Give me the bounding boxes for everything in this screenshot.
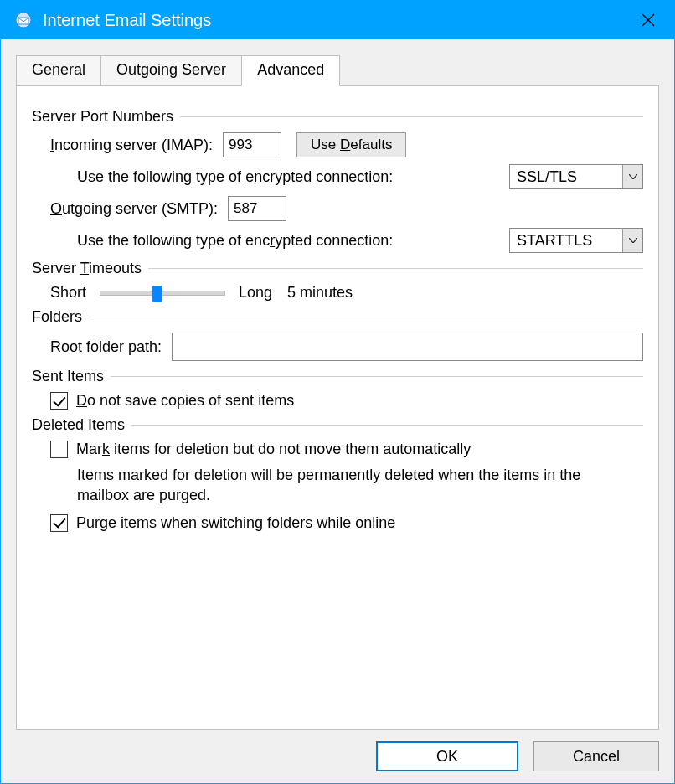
timeout-slider[interactable] bbox=[100, 291, 225, 296]
group-server-timeouts: Server Timeouts bbox=[32, 260, 643, 277]
root-folder-input[interactable] bbox=[172, 333, 643, 361]
dont-save-sent-label: Do not save copies of sent items bbox=[76, 392, 294, 410]
dialog-buttons: OK Cancel bbox=[16, 730, 659, 771]
ok-button[interactable]: OK bbox=[376, 741, 518, 771]
chevron-down-icon bbox=[622, 165, 642, 188]
group-server-port-numbers: Server Port Numbers bbox=[32, 108, 643, 126]
outgoing-enc-label: Use the following type of encrypted conn… bbox=[77, 232, 393, 250]
mark-for-deletion-label: Mark items for deletion but do not move … bbox=[76, 441, 471, 458]
titlebar: Internet Email Settings bbox=[1, 1, 674, 39]
group-label: Server Port Numbers bbox=[32, 108, 180, 126]
tab-outgoing-server[interactable]: Outgoing Server bbox=[100, 55, 242, 86]
group-label: Server Timeouts bbox=[32, 260, 148, 277]
row-root-folder: Root folder path: bbox=[32, 333, 643, 361]
group-rule bbox=[131, 425, 643, 426]
app-icon bbox=[13, 9, 34, 31]
client-area: General Outgoing Server Advanced Server … bbox=[1, 39, 674, 783]
slider-thumb[interactable] bbox=[152, 286, 162, 302]
row-mark-for-deletion: Mark items for deletion but do not move … bbox=[32, 441, 643, 458]
outgoing-port-input[interactable] bbox=[228, 196, 286, 221]
group-rule bbox=[180, 116, 643, 117]
incoming-label: Incoming server (IMAP): bbox=[50, 137, 213, 154]
slider-short-label: Short bbox=[50, 284, 86, 302]
select-value: STARTTLS bbox=[517, 232, 592, 250]
group-folders: Folders bbox=[32, 308, 643, 326]
group-label: Folders bbox=[32, 308, 89, 326]
group-rule bbox=[111, 376, 643, 377]
tab-advanced[interactable]: Advanced bbox=[241, 55, 340, 86]
group-rule bbox=[89, 317, 643, 317]
tab-strip: General Outgoing Server Advanced bbox=[16, 54, 659, 85]
group-rule bbox=[148, 268, 643, 269]
row-outgoing-port: Outgoing server (SMTP): bbox=[32, 196, 643, 221]
timeout-value: 5 minutes bbox=[287, 284, 353, 302]
group-label: Sent Items bbox=[32, 368, 111, 385]
root-folder-label: Root folder path: bbox=[50, 338, 162, 356]
tab-panel-advanced: Server Port Numbers Incoming server (IMA… bbox=[16, 85, 659, 730]
tab-general[interactable]: General bbox=[16, 55, 101, 86]
mark-for-deletion-help: Items marked for deletion will be perman… bbox=[59, 465, 643, 506]
chevron-down-icon bbox=[622, 229, 642, 252]
purge-on-switch-label: Purge items when switching folders while… bbox=[76, 514, 395, 532]
dialog-window: Internet Email Settings General Outgoing… bbox=[0, 0, 675, 784]
incoming-port-input[interactable] bbox=[223, 132, 281, 157]
row-incoming-encryption: Use the following type of encrypted conn… bbox=[32, 164, 643, 189]
close-button[interactable] bbox=[629, 1, 667, 39]
row-timeout-slider: Short Long 5 minutes bbox=[32, 284, 643, 302]
outgoing-encryption-select[interactable]: STARTTLS bbox=[509, 228, 643, 253]
row-outgoing-encryption: Use the following type of encrypted conn… bbox=[32, 228, 643, 253]
use-defaults-button[interactable]: Use Defaults bbox=[296, 132, 406, 157]
incoming-encryption-select[interactable]: SSL/TLS bbox=[509, 164, 643, 189]
slider-long-label: Long bbox=[239, 284, 272, 302]
row-purge-on-switch: Purge items when switching folders while… bbox=[32, 514, 643, 532]
group-deleted-items: Deleted Items bbox=[32, 416, 643, 434]
purge-on-switch-checkbox[interactable] bbox=[50, 514, 68, 532]
dont-save-sent-checkbox[interactable] bbox=[50, 392, 68, 410]
group-sent-items: Sent Items bbox=[32, 368, 643, 385]
mark-for-deletion-checkbox[interactable] bbox=[50, 441, 68, 458]
outgoing-label: Outgoing server (SMTP): bbox=[50, 200, 218, 218]
cancel-button[interactable]: Cancel bbox=[533, 741, 659, 771]
row-dont-save-sent: Do not save copies of sent items bbox=[32, 392, 643, 410]
row-incoming-port: Incoming server (IMAP): Use Defaults bbox=[32, 132, 643, 157]
select-value: SSL/TLS bbox=[517, 168, 577, 186]
group-label: Deleted Items bbox=[32, 416, 131, 434]
window-title: Internet Email Settings bbox=[43, 11, 629, 30]
incoming-enc-label: Use the following type of encrypted conn… bbox=[77, 168, 393, 186]
